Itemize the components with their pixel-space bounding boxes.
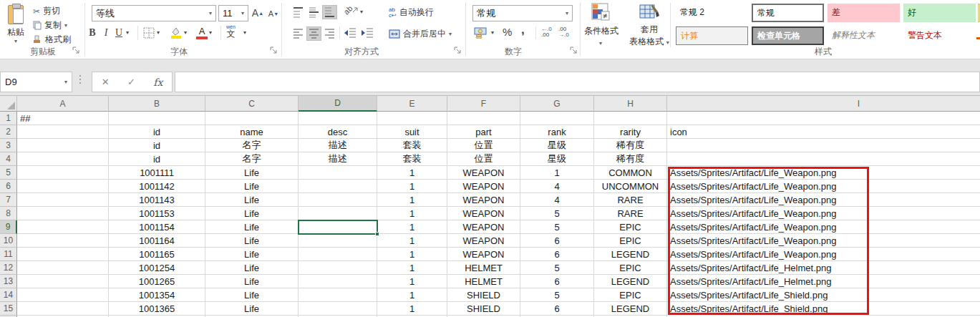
cell-H5[interactable]: COMMON: [594, 166, 667, 180]
cell-A3[interactable]: [17, 139, 109, 152]
cell-E5[interactable]: 1: [377, 166, 447, 180]
cell-C6[interactable]: Life: [205, 180, 299, 193]
cell-G2[interactable]: rank: [520, 125, 594, 139]
borders-button[interactable]: [143, 27, 155, 39]
cell-B5[interactable]: 1001111: [109, 166, 205, 180]
format-painter-button[interactable]: 格式刷: [33, 34, 71, 46]
cut-button[interactable]: ✂ 剪切: [33, 5, 60, 17]
cell-H6[interactable]: UNCOMMON: [594, 180, 667, 193]
cell-C1[interactable]: [205, 112, 299, 125]
copy-button[interactable]: 复制 ▾: [33, 19, 67, 31]
cell-I5[interactable]: Assets/Sprites/Artifact/Life_Weapon.png: [667, 166, 980, 180]
cell-I13[interactable]: Assets/Sprites/Artifact/Life_Helmet.png: [667, 275, 980, 288]
cell-G10[interactable]: 6: [520, 234, 594, 248]
cell-C7[interactable]: Life: [205, 193, 299, 207]
cell-F9[interactable]: WEAPON: [447, 220, 520, 234]
cell-style-3[interactable]: 差: [828, 4, 900, 22]
cell-E4[interactable]: 套装: [377, 152, 447, 166]
cell-C5[interactable]: Life: [205, 166, 299, 180]
cell-C3[interactable]: 名字: [205, 139, 299, 152]
row-header-3[interactable]: 3: [0, 139, 17, 152]
cell-I11[interactable]: Assets/Sprites/Artifact/Life_Weapon.png: [667, 248, 980, 261]
cell-G11[interactable]: 6: [520, 248, 594, 261]
cell-E7[interactable]: 1: [377, 193, 447, 207]
cell-E8[interactable]: 1: [377, 207, 447, 220]
row-header-7[interactable]: 7: [0, 193, 17, 207]
cell-G8[interactable]: 5: [520, 207, 594, 220]
cell-H8[interactable]: RARE: [594, 207, 667, 220]
row-header-1[interactable]: 1: [0, 112, 17, 125]
cell-G1[interactable]: [520, 112, 594, 125]
cell-F5[interactable]: WEAPON: [447, 166, 520, 180]
cell-F10[interactable]: WEAPON: [447, 234, 520, 248]
merge-center-button[interactable]: 合并后居中 ▾: [389, 28, 452, 40]
gallery-overflow-item2[interactable]: [976, 37, 980, 39]
cell-F4[interactable]: 位置: [447, 152, 520, 166]
cell-A13[interactable]: [17, 275, 109, 288]
column-header-A[interactable]: A: [17, 96, 109, 112]
cell-style-4[interactable]: 好: [903, 4, 976, 22]
column-header-E[interactable]: E: [377, 96, 447, 112]
decrease-decimal-button[interactable]: .00→.0: [558, 26, 569, 38]
cell-B8[interactable]: 1001153: [109, 207, 205, 220]
column-header-H[interactable]: H: [594, 96, 667, 112]
column-header-C[interactable]: C: [205, 96, 299, 112]
cell-B4[interactable]: id: [109, 152, 205, 166]
row-header-13[interactable]: 13: [0, 275, 17, 288]
row-header-9[interactable]: 9: [0, 220, 17, 234]
row-header-8[interactable]: 8: [0, 207, 17, 220]
orientation-dropdown[interactable]: ▾: [360, 9, 363, 15]
middle-align-button[interactable]: [308, 6, 320, 18]
column-header-F[interactable]: F: [447, 96, 520, 112]
cell-F1[interactable]: [447, 112, 520, 125]
orientation-button[interactable]: ab: [344, 6, 358, 14]
cell-F6[interactable]: WEAPON: [447, 180, 520, 193]
cell-F8[interactable]: WEAPON: [447, 207, 520, 220]
underline-dropdown[interactable]: ▾: [126, 30, 129, 36]
accounting-format-button[interactable]: [474, 26, 488, 39]
cell-D14[interactable]: [299, 288, 377, 302]
cell-I1[interactable]: [667, 112, 980, 125]
top-align-button[interactable]: [292, 6, 304, 18]
cell-B1[interactable]: [109, 112, 205, 125]
cell-D1[interactable]: [299, 112, 377, 125]
cell-B14[interactable]: 1001354: [109, 288, 205, 302]
cell-C11[interactable]: Life: [205, 248, 299, 261]
cell-G15[interactable]: 6: [520, 302, 594, 316]
cell-G5[interactable]: 1: [520, 166, 594, 180]
number-format-combo[interactable]: 常规 ▾: [472, 5, 573, 21]
formula-input[interactable]: [175, 72, 980, 92]
comma-style-button[interactable]: ,: [521, 23, 525, 37]
cell-C9[interactable]: Life: [205, 220, 299, 234]
decrease-indent-button[interactable]: [344, 28, 356, 38]
conditional-formatting-button[interactable]: ≠ 条件格式 ▾: [584, 3, 617, 47]
cell-A4[interactable]: [17, 152, 109, 166]
cell-A12[interactable]: [17, 261, 109, 275]
row-header-11[interactable]: 11: [0, 248, 17, 261]
cell-A14[interactable]: [17, 288, 109, 302]
cell-D6[interactable]: [299, 180, 377, 193]
cell-H3[interactable]: 稀有度: [594, 139, 667, 152]
cell-H9[interactable]: EPIC: [594, 220, 667, 234]
cell-H14[interactable]: EPIC: [594, 288, 667, 302]
font-size-combo[interactable]: 11 ▾: [218, 5, 248, 21]
cell-style-8[interactable]: 警告文本: [903, 26, 976, 45]
format-as-table-button[interactable]: 套用 表格格式 ▾: [626, 3, 673, 48]
fill-color-dropdown[interactable]: ▾: [184, 30, 187, 36]
row-header-14[interactable]: 14: [0, 288, 17, 302]
cell-B6[interactable]: 1001142: [109, 180, 205, 193]
cell-D7[interactable]: [299, 193, 377, 207]
cancel-icon[interactable]: ✕: [102, 77, 110, 87]
alignment-dialog-launcher[interactable]: [453, 46, 462, 55]
cell-I15[interactable]: Assets/Sprites/Artifact/Life_Shield.png: [667, 302, 980, 316]
cell-D9[interactable]: [299, 220, 377, 234]
cell-A1[interactable]: ##: [17, 112, 109, 125]
cell-A15[interactable]: [17, 302, 109, 316]
cell-I2[interactable]: icon: [667, 125, 980, 139]
cell-H15[interactable]: LEGEND: [594, 302, 667, 316]
cell-E6[interactable]: 1: [377, 180, 447, 193]
cell-B13[interactable]: 1001265: [109, 275, 205, 288]
cell-A11[interactable]: [17, 248, 109, 261]
cell-A2[interactable]: [17, 125, 109, 139]
cell-G9[interactable]: 5: [520, 220, 594, 234]
